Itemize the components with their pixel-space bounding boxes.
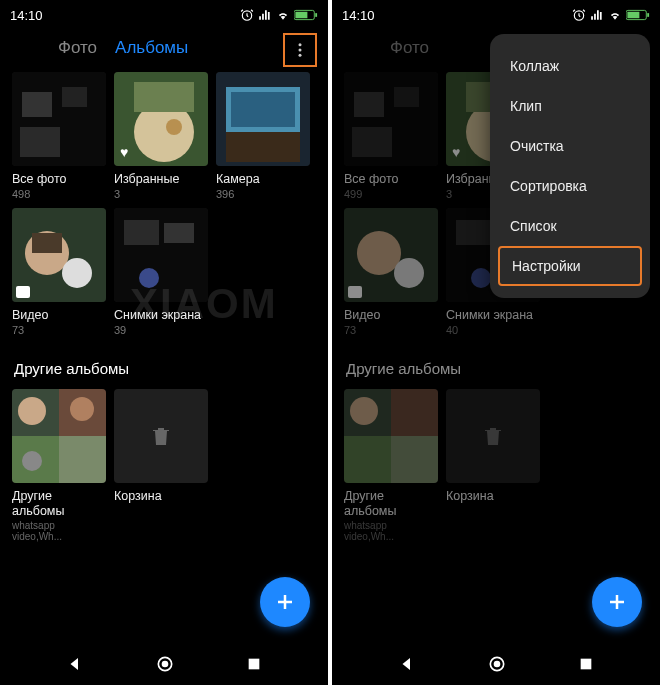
svg-rect-40 [647, 13, 649, 17]
plus-icon [273, 590, 297, 614]
menu-item-list[interactable]: Список [490, 206, 650, 246]
menu-item-sort[interactable]: Сортировка [490, 166, 650, 206]
svg-rect-10 [20, 127, 60, 157]
album-title: Снимки экрана [114, 308, 208, 323]
other-albums-grid: Другие альбомы whatsapp video,Wh... Корз… [0, 389, 328, 542]
album-title: Видео [344, 308, 438, 323]
svg-rect-43 [394, 87, 419, 107]
album-title: Камера [216, 172, 310, 187]
other-albums-grid: Другие альбомы whatsapp video,Wh... Корз… [332, 389, 660, 542]
svg-point-28 [18, 397, 46, 425]
more-vertical-icon [291, 41, 309, 59]
nav-bar [0, 643, 328, 685]
status-bar: 14:10 [0, 0, 328, 30]
album-count: 498 [12, 188, 106, 200]
svg-point-26 [139, 268, 159, 288]
menu-item-cleanup[interactable]: Очистка [490, 126, 650, 166]
album-title: Видео [12, 308, 106, 323]
nav-recent-icon[interactable] [578, 656, 594, 672]
album-item[interactable]: Снимки экрана 39 [114, 208, 208, 336]
battery-icon [626, 9, 650, 21]
nav-back-icon[interactable] [66, 655, 84, 673]
tab-photos[interactable]: Фото [12, 38, 97, 58]
svg-point-49 [357, 231, 401, 275]
tab-photos[interactable]: Фото [344, 38, 429, 58]
album-title: Другие альбомы [344, 489, 438, 519]
album-item[interactable]: Видео 73 [344, 208, 438, 336]
trash-icon [149, 424, 173, 448]
svg-point-35 [162, 662, 167, 667]
svg-rect-61 [581, 659, 592, 670]
album-item[interactable]: ♥ Избранные 3 [114, 72, 208, 200]
trash-icon [481, 424, 505, 448]
svg-rect-2 [295, 12, 307, 18]
status-bar: 14:10 [332, 0, 660, 30]
plus-icon [605, 590, 629, 614]
svg-rect-9 [62, 87, 87, 107]
menu-item-collage[interactable]: Коллаж [490, 46, 650, 86]
status-time: 14:10 [342, 8, 375, 23]
tab-bar: Фото Альбомы [0, 30, 328, 72]
album-item[interactable]: Все фото 498 [12, 72, 106, 200]
svg-point-4 [299, 43, 302, 46]
alarm-icon [572, 8, 586, 22]
svg-point-60 [494, 662, 499, 667]
phone-screenshot-right: 14:10 Фото Все фото 499 ♥ Избранные 3 [332, 0, 660, 685]
svg-rect-33 [59, 436, 106, 483]
album-item[interactable]: Камера 396 [216, 72, 310, 200]
add-button[interactable] [592, 577, 642, 627]
album-subtitle: whatsapp video,Wh... [12, 520, 106, 542]
nav-back-icon[interactable] [398, 655, 416, 673]
status-icons [572, 8, 650, 22]
tab-albums[interactable]: Альбомы [115, 38, 188, 58]
add-button[interactable] [260, 577, 310, 627]
svg-point-32 [22, 451, 42, 471]
album-item[interactable]: Другие альбомы whatsapp video,Wh... [344, 389, 438, 542]
album-title: Корзина [446, 489, 540, 504]
svg-rect-24 [124, 220, 159, 245]
svg-point-30 [70, 397, 94, 421]
album-item[interactable]: Все фото 499 [344, 72, 438, 200]
svg-rect-8 [22, 92, 52, 117]
signal-icon [590, 8, 604, 22]
album-item[interactable]: Другие альбомы whatsapp video,Wh... [12, 389, 106, 542]
album-item[interactable]: Корзина [114, 389, 208, 542]
albums-grid: Все фото 498 ♥ Избранные 3 Камера 396 Ви… [0, 72, 328, 336]
album-title: Избранные [114, 172, 208, 187]
svg-point-14 [166, 119, 182, 135]
nav-home-icon[interactable] [155, 654, 175, 674]
svg-rect-57 [344, 436, 391, 483]
video-icon [16, 286, 30, 298]
svg-rect-56 [391, 389, 438, 436]
svg-rect-18 [231, 92, 295, 127]
nav-recent-icon[interactable] [246, 656, 262, 672]
svg-point-50 [394, 258, 424, 288]
album-title: Все фото [344, 172, 438, 187]
svg-rect-58 [391, 436, 438, 483]
wifi-icon [276, 8, 290, 22]
status-time: 14:10 [10, 8, 43, 23]
menu-item-clip[interactable]: Клип [490, 86, 650, 126]
album-title: Все фото [12, 172, 106, 187]
album-count: 39 [114, 324, 208, 336]
svg-rect-3 [315, 13, 317, 17]
wifi-icon [608, 8, 622, 22]
album-item[interactable]: Видео 73 [12, 208, 106, 336]
album-count: 3 [114, 188, 208, 200]
svg-point-53 [471, 268, 491, 288]
video-icon [348, 286, 362, 298]
nav-home-icon[interactable] [487, 654, 507, 674]
album-title: Другие альбомы [12, 489, 106, 519]
svg-rect-44 [352, 127, 392, 157]
svg-rect-36 [249, 659, 260, 670]
menu-item-settings[interactable]: Настройки [498, 246, 642, 286]
more-menu-button[interactable] [284, 34, 316, 66]
album-count: 499 [344, 188, 438, 200]
svg-rect-39 [627, 12, 639, 18]
album-title: Корзина [114, 489, 208, 504]
heart-icon: ♥ [120, 144, 128, 160]
svg-rect-52 [456, 220, 491, 245]
section-other-albums: Другие альбомы [0, 336, 328, 389]
section-other-albums: Другие альбомы [332, 336, 660, 389]
album-item[interactable]: Корзина [446, 389, 540, 542]
